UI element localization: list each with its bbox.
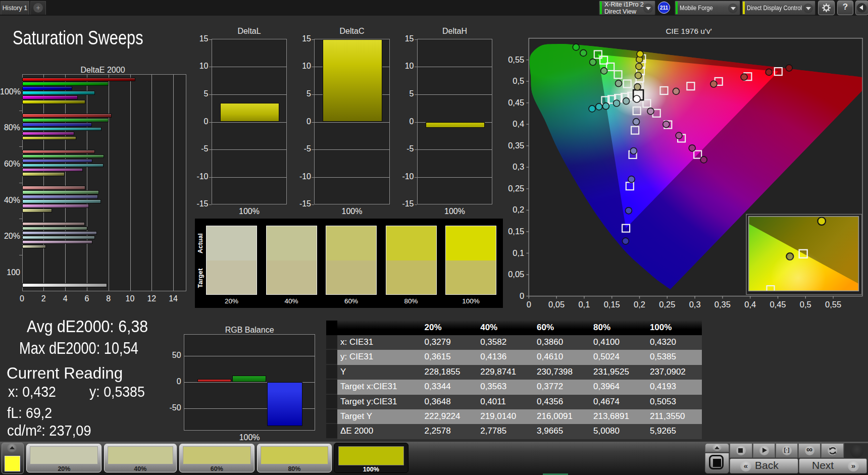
svg-text:0,5: 0,5 (800, 300, 811, 309)
svg-text:0,05: 0,05 (508, 270, 524, 279)
svg-text:0,25: 0,25 (659, 300, 675, 309)
svg-text:0,15: 0,15 (604, 300, 620, 309)
svg-text:0,55: 0,55 (508, 55, 524, 64)
svg-text:0,1: 0,1 (578, 300, 590, 309)
svg-text:0,3: 0,3 (689, 300, 701, 309)
svg-text:0,5: 0,5 (513, 76, 524, 85)
svg-text:0,4: 0,4 (744, 300, 756, 309)
svg-text:0,55: 0,55 (825, 300, 841, 309)
svg-text:0,15: 0,15 (508, 227, 524, 236)
svg-text:0,4: 0,4 (513, 119, 524, 128)
svg-text:0,35: 0,35 (508, 141, 524, 150)
svg-text:0,45: 0,45 (770, 300, 786, 309)
svg-text:0,05: 0,05 (548, 300, 565, 309)
svg-text:0,45: 0,45 (508, 98, 524, 107)
svg-text:0,25: 0,25 (508, 184, 524, 193)
svg-text:0,35: 0,35 (714, 300, 731, 309)
svg-text:0,2: 0,2 (634, 300, 645, 309)
svg-text:CIE 1976 u'v': CIE 1976 u'v' (666, 27, 711, 35)
svg-text:0,3: 0,3 (513, 162, 524, 171)
svg-text:0: 0 (520, 291, 524, 300)
svg-text:0,2: 0,2 (513, 205, 524, 214)
svg-text:0: 0 (527, 300, 531, 309)
svg-text:0,1: 0,1 (513, 248, 524, 257)
